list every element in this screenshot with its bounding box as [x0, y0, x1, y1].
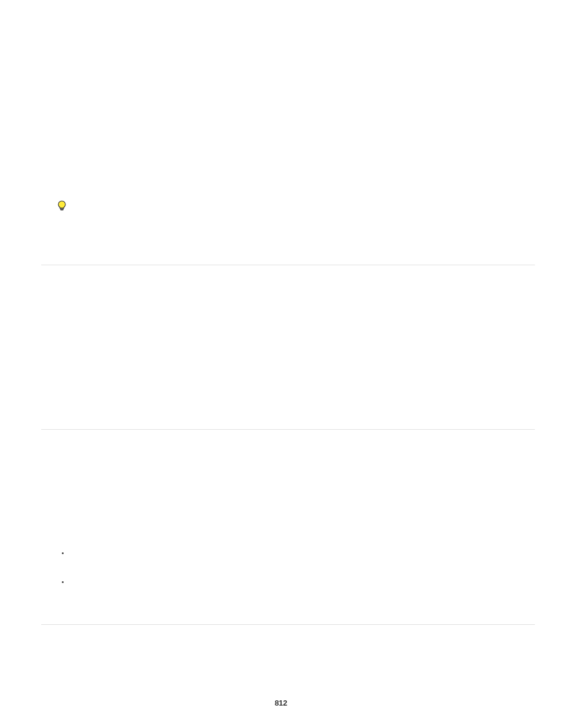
page-number: 812 — [0, 699, 562, 707]
bullet-point — [62, 581, 64, 583]
bullet-point — [62, 552, 64, 554]
lightbulb-icon — [58, 200, 66, 213]
svg-rect-1 — [61, 209, 63, 210]
divider — [41, 624, 535, 625]
divider — [41, 429, 535, 430]
divider — [41, 265, 535, 265]
